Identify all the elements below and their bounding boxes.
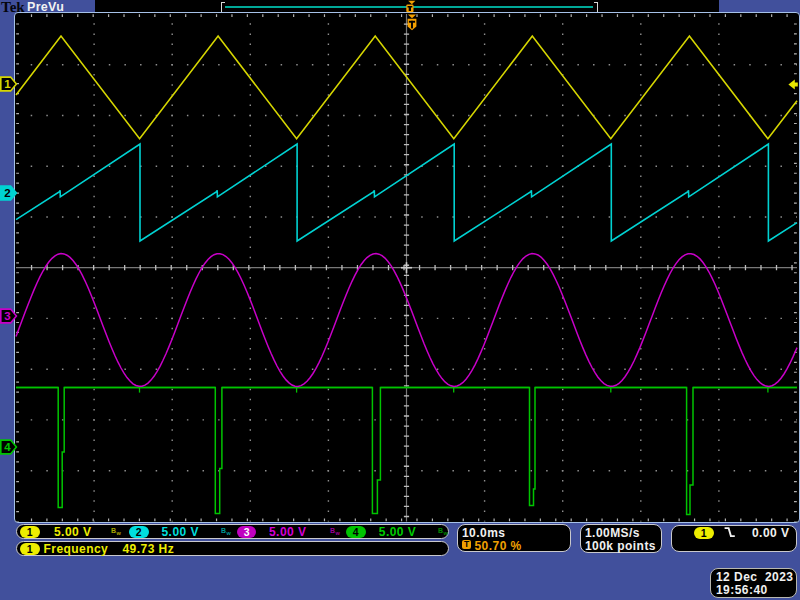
svg-text:1: 1 [4,78,11,90]
svg-text:4: 4 [4,441,11,453]
svg-text:3: 3 [4,310,10,322]
svg-text:2: 2 [4,187,10,199]
